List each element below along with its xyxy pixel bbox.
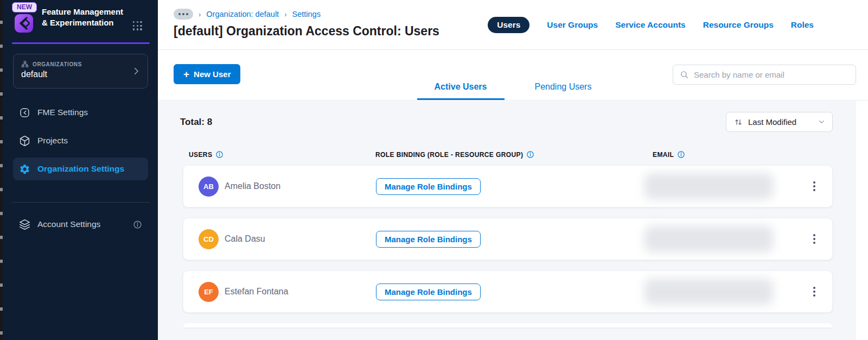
tab-pending-users[interactable]: Pending Users (518, 77, 609, 100)
table-row: EF Estefan Fontana Manage Role Bindings (183, 270, 833, 313)
info-icon[interactable] (677, 150, 685, 159)
column-header-email: EMAIL (653, 150, 750, 159)
avatar: CD (199, 229, 219, 249)
user-name: Cala Dasu (225, 234, 265, 244)
organization-selector[interactable]: ORGANIZATIONS default (13, 54, 148, 89)
page-header: › Organization: default › Settings [defa… (158, 0, 868, 50)
avatar: AB (199, 177, 219, 197)
access-control-tabs: Users User Groups Service Accounts Resou… (488, 17, 814, 33)
chevron-separator: › (284, 10, 286, 18)
sort-arrows-icon (734, 118, 743, 127)
tab-user-groups[interactable]: User Groups (547, 20, 598, 30)
breadcrumb-link-settings[interactable]: Settings (292, 10, 321, 18)
gear-icon (19, 163, 30, 175)
breadcrumb-link-organization[interactable]: Organization: default (206, 10, 279, 18)
sort-dropdown[interactable]: Last Modified (726, 112, 833, 132)
row-menu-kebab-icon[interactable] (810, 231, 819, 247)
brand-divider (12, 42, 150, 44)
org-selector-label: ORGANIZATIONS (33, 61, 82, 67)
toolbar: + New User Active Users Pending Users (158, 51, 868, 100)
manage-role-bindings-button[interactable]: Manage Role Bindings (376, 231, 481, 248)
new-badge: NEW (12, 2, 37, 12)
email-redacted (644, 226, 773, 252)
search-icon (680, 70, 689, 79)
sidebar-item-projects[interactable]: Projects (13, 129, 148, 152)
main-content: › Organization: default › Settings [defa… (158, 0, 868, 340)
tab-service-accounts[interactable]: Service Accounts (615, 20, 686, 30)
users-panel: Total: 8 Last Modified USERS (158, 101, 856, 340)
info-icon[interactable] (215, 150, 224, 159)
user-name: Estefan Fontana (225, 287, 288, 297)
app-logo-icon (15, 14, 33, 33)
breadcrumb-ellipsis-button[interactable] (174, 9, 193, 20)
org-chart-icon (21, 60, 29, 68)
sidebar-item-account-settings[interactable]: Account Settings (13, 213, 148, 236)
search-box[interactable] (673, 65, 856, 85)
avatar: EF (199, 282, 219, 302)
column-header-users: USERS (183, 150, 375, 159)
sidebar-item-label: FME Settings (37, 108, 88, 117)
manage-role-bindings-button[interactable]: Manage Role Bindings (376, 284, 481, 300)
chevron-separator: › (199, 10, 201, 18)
email-redacted (644, 279, 773, 305)
table-header-row: USERS ROLE BINDING (ROLE - RESOURCE GROU… (183, 150, 833, 159)
row-menu-kebab-icon[interactable] (810, 284, 819, 300)
table-row: AB Amelia Boston Manage Role Bindings (183, 165, 833, 207)
sidebar-item-fme-settings[interactable]: FME Settings (13, 101, 148, 124)
sidebar-divider (12, 202, 150, 203)
page-title: [default] Organization Access Control: U… (174, 24, 439, 39)
app-title: Feature Management & Experimentation (42, 7, 124, 28)
tab-users[interactable]: Users (488, 17, 529, 33)
table-row: CD Cala Dasu Manage Role Bindings (183, 218, 833, 260)
column-header-role-binding: ROLE BINDING (ROLE - RESOURCE GROUP) (375, 150, 653, 159)
sort-value: Last Modified (748, 117, 812, 127)
total-count: Total: 8 (180, 117, 212, 128)
org-selector-value: default (21, 70, 140, 79)
sidebar-item-label: Organization Settings (37, 164, 124, 174)
sidebar-item-organization-settings[interactable]: Organization Settings (13, 158, 148, 180)
info-icon[interactable] (526, 150, 534, 159)
sidebar-item-label: Projects (37, 136, 68, 146)
chevron-down-icon (818, 118, 826, 126)
sidebar-menu: FME Settings Projects Organization Setti… (13, 101, 148, 186)
manage-role-bindings-button[interactable]: Manage Role Bindings (376, 178, 481, 195)
fme-settings-icon (19, 107, 30, 118)
search-input[interactable] (694, 70, 849, 79)
email-redacted (644, 173, 773, 199)
tab-resource-groups[interactable]: Resource Groups (703, 20, 774, 30)
breadcrumb: › Organization: default › Settings (174, 9, 321, 20)
table-row-partially-visible (183, 323, 833, 328)
cube-icon (19, 135, 30, 147)
apps-grid-icon[interactable] (133, 21, 143, 31)
info-icon[interactable] (133, 220, 142, 229)
tab-active-users[interactable]: Active Users (417, 77, 505, 100)
layers-icon (19, 219, 30, 230)
chevron-right-icon (131, 66, 141, 76)
row-menu-kebab-icon[interactable] (810, 178, 819, 194)
user-name: Amelia Boston (225, 181, 280, 191)
tab-roles[interactable]: Roles (791, 20, 814, 30)
sidebar-item-label: Account Settings (37, 219, 100, 229)
sidebar: NEW Feature Management & Experimentation (3, 0, 158, 340)
